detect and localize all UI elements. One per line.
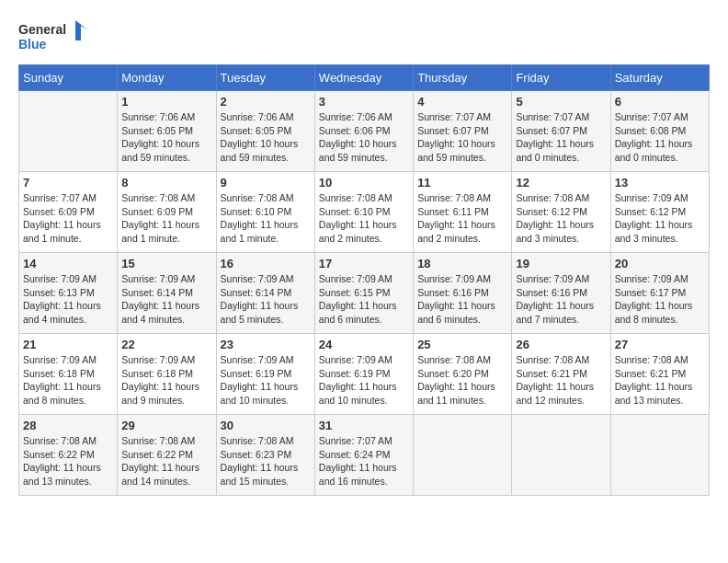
day-number: 28 [23,419,113,432]
calendar-cell [512,415,610,496]
day-info: Sunrise: 7:09 AM Sunset: 6:16 PM Dayligh… [516,272,606,327]
week-row-1: 1Sunrise: 7:06 AM Sunset: 6:05 PM Daylig… [19,91,710,172]
day-number: 26 [516,338,606,351]
day-number: 7 [23,176,113,190]
header-row: SundayMondayTuesdayWednesdayThursdayFrid… [19,65,710,91]
day-number: 1 [121,95,211,109]
day-number: 4 [417,95,507,109]
week-row-3: 14Sunrise: 7:09 AM Sunset: 6:13 PM Dayli… [19,253,710,334]
day-info: Sunrise: 7:09 AM Sunset: 6:18 PM Dayligh… [121,353,211,408]
day-info: Sunrise: 7:07 AM Sunset: 6:09 PM Dayligh… [23,191,113,246]
day-number: 23 [221,338,311,351]
day-info: Sunrise: 7:07 AM Sunset: 6:24 PM Dayligh… [319,434,409,488]
calendar-cell: 22Sunrise: 7:09 AM Sunset: 6:18 PM Dayli… [118,334,216,415]
day-info: Sunrise: 7:06 AM Sunset: 6:05 PM Dayligh… [121,110,211,165]
day-number: 11 [417,176,507,190]
calendar-cell: 23Sunrise: 7:09 AM Sunset: 6:19 PM Dayli… [216,334,314,415]
svg-marker-2 [75,20,87,40]
day-number: 16 [221,257,311,270]
calendar-cell: 17Sunrise: 7:09 AM Sunset: 6:15 PM Dayli… [314,253,413,334]
calendar-cell: 25Sunrise: 7:08 AM Sunset: 6:20 PM Dayli… [414,334,512,415]
calendar-cell: 20Sunrise: 7:09 AM Sunset: 6:17 PM Dayli… [610,253,709,334]
day-number: 14 [23,257,113,270]
calendar-cell: 28Sunrise: 7:08 AM Sunset: 6:22 PM Dayli… [19,415,118,496]
calendar-cell [414,415,512,496]
week-row-5: 28Sunrise: 7:08 AM Sunset: 6:22 PM Dayli… [19,415,710,496]
page-header: GeneralBlue [18,18,710,55]
calendar-cell: 10Sunrise: 7:08 AM Sunset: 6:10 PM Dayli… [314,172,413,253]
day-number: 15 [121,257,211,270]
day-number: 18 [417,257,507,270]
day-number: 12 [516,176,606,190]
day-info: Sunrise: 7:06 AM Sunset: 6:05 PM Dayligh… [221,110,311,165]
calendar-cell: 12Sunrise: 7:08 AM Sunset: 6:12 PM Dayli… [512,172,610,253]
day-info: Sunrise: 7:09 AM Sunset: 6:16 PM Dayligh… [417,272,507,327]
day-number: 30 [221,419,311,432]
calendar-cell: 9Sunrise: 7:08 AM Sunset: 6:10 PM Daylig… [216,172,314,253]
day-number: 3 [319,95,409,109]
day-info: Sunrise: 7:09 AM Sunset: 6:17 PM Dayligh… [615,272,705,327]
calendar-cell: 24Sunrise: 7:09 AM Sunset: 6:19 PM Dayli… [314,334,413,415]
day-info: Sunrise: 7:09 AM Sunset: 6:14 PM Dayligh… [221,272,311,327]
calendar-cell: 11Sunrise: 7:08 AM Sunset: 6:11 PM Dayli… [414,172,512,253]
calendar-cell: 6Sunrise: 7:07 AM Sunset: 6:08 PM Daylig… [610,91,709,172]
day-info: Sunrise: 7:08 AM Sunset: 6:20 PM Dayligh… [417,353,507,408]
calendar-cell: 16Sunrise: 7:09 AM Sunset: 6:14 PM Dayli… [216,253,314,334]
calendar-cell: 21Sunrise: 7:09 AM Sunset: 6:18 PM Dayli… [19,334,118,415]
day-info: Sunrise: 7:08 AM Sunset: 6:22 PM Dayligh… [23,434,113,488]
calendar-cell [610,415,709,496]
calendar-cell: 29Sunrise: 7:08 AM Sunset: 6:22 PM Dayli… [118,415,216,496]
calendar-cell: 26Sunrise: 7:08 AM Sunset: 6:21 PM Dayli… [512,334,610,415]
day-info: Sunrise: 7:08 AM Sunset: 6:21 PM Dayligh… [516,353,606,408]
calendar-cell: 3Sunrise: 7:06 AM Sunset: 6:06 PM Daylig… [314,91,413,172]
day-number: 29 [121,419,211,432]
day-info: Sunrise: 7:07 AM Sunset: 6:07 PM Dayligh… [417,110,507,165]
day-number: 25 [417,338,507,351]
day-info: Sunrise: 7:09 AM Sunset: 6:19 PM Dayligh… [221,353,311,408]
calendar-cell: 31Sunrise: 7:07 AM Sunset: 6:24 PM Dayli… [314,415,413,496]
day-number: 5 [516,95,606,109]
calendar-cell: 30Sunrise: 7:08 AM Sunset: 6:23 PM Dayli… [216,415,314,496]
day-info: Sunrise: 7:09 AM Sunset: 6:15 PM Dayligh… [319,272,409,327]
column-header-wednesday: Wednesday [314,65,413,91]
day-info: Sunrise: 7:08 AM Sunset: 6:21 PM Dayligh… [615,353,705,408]
svg-text:Blue: Blue [18,37,47,52]
svg-text:General: General [18,22,66,37]
day-number: 13 [615,176,705,190]
day-info: Sunrise: 7:07 AM Sunset: 6:07 PM Dayligh… [516,110,606,165]
day-number: 9 [221,176,311,190]
day-info: Sunrise: 7:06 AM Sunset: 6:06 PM Dayligh… [319,110,409,165]
calendar-table: SundayMondayTuesdayWednesdayThursdayFrid… [18,64,710,496]
logo: GeneralBlue [18,18,92,55]
day-number: 2 [221,95,311,109]
day-info: Sunrise: 7:08 AM Sunset: 6:23 PM Dayligh… [221,434,311,488]
calendar-cell: 5Sunrise: 7:07 AM Sunset: 6:07 PM Daylig… [512,91,610,172]
day-info: Sunrise: 7:08 AM Sunset: 6:22 PM Dayligh… [121,434,211,488]
logo-icon: GeneralBlue [18,18,92,55]
day-number: 6 [615,95,705,109]
column-header-saturday: Saturday [610,65,709,91]
day-info: Sunrise: 7:08 AM Sunset: 6:09 PM Dayligh… [121,191,211,246]
day-number: 17 [319,257,409,270]
day-info: Sunrise: 7:08 AM Sunset: 6:12 PM Dayligh… [516,191,606,246]
column-header-tuesday: Tuesday [216,65,314,91]
calendar-cell: 7Sunrise: 7:07 AM Sunset: 6:09 PM Daylig… [19,172,118,253]
calendar-cell: 2Sunrise: 7:06 AM Sunset: 6:05 PM Daylig… [216,91,314,172]
day-number: 20 [615,257,705,270]
day-info: Sunrise: 7:09 AM Sunset: 6:12 PM Dayligh… [615,191,705,246]
day-number: 21 [23,338,113,351]
day-number: 24 [319,338,409,351]
day-number: 19 [516,257,606,270]
calendar-cell: 14Sunrise: 7:09 AM Sunset: 6:13 PM Dayli… [19,253,118,334]
day-info: Sunrise: 7:09 AM Sunset: 6:14 PM Dayligh… [121,272,211,327]
calendar-cell: 19Sunrise: 7:09 AM Sunset: 6:16 PM Dayli… [512,253,610,334]
calendar-cell [19,91,118,172]
calendar-cell: 4Sunrise: 7:07 AM Sunset: 6:07 PM Daylig… [414,91,512,172]
calendar-cell: 1Sunrise: 7:06 AM Sunset: 6:05 PM Daylig… [118,91,216,172]
calendar-cell: 13Sunrise: 7:09 AM Sunset: 6:12 PM Dayli… [610,172,709,253]
column-header-friday: Friday [512,65,610,91]
day-number: 27 [615,338,705,351]
day-number: 8 [121,176,211,190]
day-number: 31 [319,419,409,432]
calendar-cell: 15Sunrise: 7:09 AM Sunset: 6:14 PM Dayli… [118,253,216,334]
